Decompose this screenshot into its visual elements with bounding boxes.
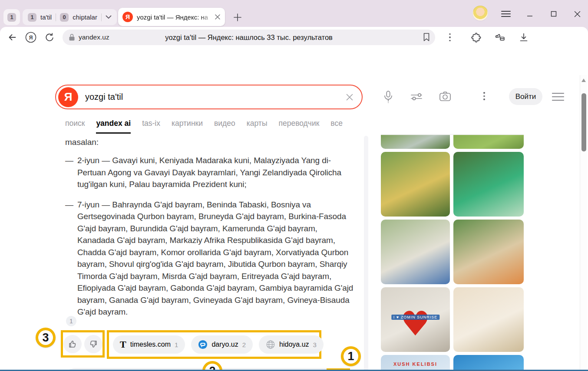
photo-kids-group-top[interactable] [381,135,450,149]
group-label: ta'til [40,13,52,21]
sources-highlight-box: T timesles.com 1 daryo.uz 2 hidoya.uz 3 [107,330,321,359]
browser-menu-icon[interactable] [500,10,512,18]
photo-zomin-sunrise-heart-arch[interactable]: ♥ I ♥ ZOMIN SUNRISE [381,287,450,352]
source-chip-daryo[interactable]: daryo.uz 2 [191,335,253,354]
image-caption: XUSH KELIBSI [393,361,437,367]
photo-kids-circle-hands-up[interactable] [381,152,450,217]
download-icon[interactable] [519,32,529,43]
photo-green-balloons-celebration[interactable] [453,152,524,217]
page-title: yozgi ta'til — Яндекс: нашлось 33 тыс. р… [63,33,435,42]
tab-karty[interactable]: карты [247,119,268,134]
new-tab-button[interactable] [231,11,244,24]
yandex-services-icon[interactable]: Я [25,32,36,43]
group-divider [56,13,56,21]
globe-icon [266,340,275,349]
photo-green-lawn[interactable] [453,135,524,149]
tab-close-icon[interactable] [215,14,221,20]
back-icon[interactable] [7,32,17,43]
toolbar-more-icon[interactable] [449,33,451,42]
refresh-icon[interactable] [44,32,55,43]
scrollbar-thumb[interactable] [581,93,586,151]
login-button[interactable]: Войти [509,88,542,105]
extensions-puzzle-icon[interactable] [471,32,482,43]
source-chip-hidoya[interactable]: hidoya.uz 3 [259,335,324,354]
tab-group[interactable]: 1 ta'til 0 chiptalar [23,9,117,25]
profile-avatar[interactable] [472,6,488,21]
search-input[interactable] [84,92,345,102]
photo-chess-in-park[interactable] [381,220,450,284]
tab-perevodchik[interactable]: переводчик [278,119,319,134]
yandex-logo-icon: Я [58,87,78,107]
toolbar: Я yandex.uz yozgi ta'til — Яндекс: нашло… [0,27,588,48]
letter-t-icon: T [120,340,126,349]
answer-scrollbar-track[interactable] [364,136,368,371]
yandex-logo-icon: Я [122,12,133,22]
active-tab[interactable]: Я yozgi ta'til — Яндекс: на [118,8,225,26]
footnote-badge[interactable]: 1 [66,316,76,326]
pinned-tab[interactable]: 1 [3,9,20,25]
scroll-up-arrow-icon[interactable] [581,79,586,82]
image-caption: I ♥ ZOMIN SUNRISE [391,315,439,320]
group-count-badge: 1 [28,13,36,22]
window-minimize-button[interactable] [524,10,535,18]
titlebar: 1 1 ta'til 0 chiptalar Я yozgi ta'til — … [0,0,588,27]
photo-xush-kelibsiz-arch[interactable]: XUSH KELIBSI [381,355,450,371]
annotation-step-1: 1 [341,346,361,366]
chat-bubble-icon [198,340,208,349]
voice-search-icon[interactable] [383,90,394,103]
photo-indoor-games-balloons[interactable] [453,287,524,352]
active-tab-title: yozgi ta'til — Яндекс: на [137,13,215,21]
image-results-panel: ♥ I ♥ ZOMIN SUNRISE XUSH KELIBSI [381,134,524,371]
tab-tas-ix[interactable]: tas-ix [142,119,160,134]
answer-paragraph: — 7-iyun — Bahraynda G'ajd bayram, Benin… [65,199,354,318]
answer-paragraph: — 2-iyun — Gavayi kuni, Keniyada Madarak… [65,154,354,190]
answer-intro: masalan: [65,136,354,148]
tab-poisk[interactable]: поиск [65,119,85,134]
pinned-tab-count: 1 [7,13,16,22]
tab-yandex-ai[interactable]: yandex ai [96,119,131,134]
menu-hamburger-icon[interactable] [552,92,565,102]
thumbs-down-button[interactable] [84,335,102,353]
image-search-camera-icon[interactable] [439,90,452,102]
svg-text:Я: Я [29,35,33,41]
tab-kartinki[interactable]: картинки [172,119,203,134]
page-scrollbar[interactable] [580,75,587,371]
group-label: chiptalar [73,13,97,21]
window-maximize-button[interactable] [548,10,559,18]
tab-video[interactable]: видео [214,119,235,134]
clear-search-icon[interactable] [345,93,354,102]
address-bar[interactable]: yandex.uz yozgi ta'til — Яндекс: нашлось… [63,30,435,45]
search-more-icon[interactable] [483,92,485,100]
annotation-step-3: 3 [36,328,56,348]
bookmark-icon[interactable] [423,33,430,42]
window-close-button[interactable] [571,10,583,18]
password-key-icon[interactable] [495,32,505,43]
group-divider [101,13,102,21]
lock-icon [69,33,75,41]
photo-pool-kids-floats[interactable] [453,355,524,371]
url-host: yandex.uz [79,33,109,41]
tab-vse[interactable]: все [330,119,343,134]
search-box[interactable]: Я [55,85,363,109]
search-settings-icon[interactable] [410,92,423,102]
heart-icon: ♥ [400,307,431,341]
search-nav-tabs: поиск yandex ai tas-ix картинки видео ка… [65,119,343,134]
group-count-badge: 0 [60,13,69,22]
ai-answer: masalan: — 2-iyun — Gavayi kuni, Keniyad… [65,136,354,326]
source-chip-timesles[interactable]: T timesles.com 1 [113,335,185,354]
photo-kids-hands-up-caps[interactable] [453,220,524,284]
browser-window: 1 1 ta'til 0 chiptalar Я yozgi ta'til — … [0,0,588,371]
browser-content: Я yandex.uz yozgi ta'til — Яндекс: нашло… [0,27,588,371]
thumbs-up-button[interactable] [63,335,82,353]
chevron-down-icon[interactable] [106,15,112,19]
feedback-highlight-box [61,330,105,358]
